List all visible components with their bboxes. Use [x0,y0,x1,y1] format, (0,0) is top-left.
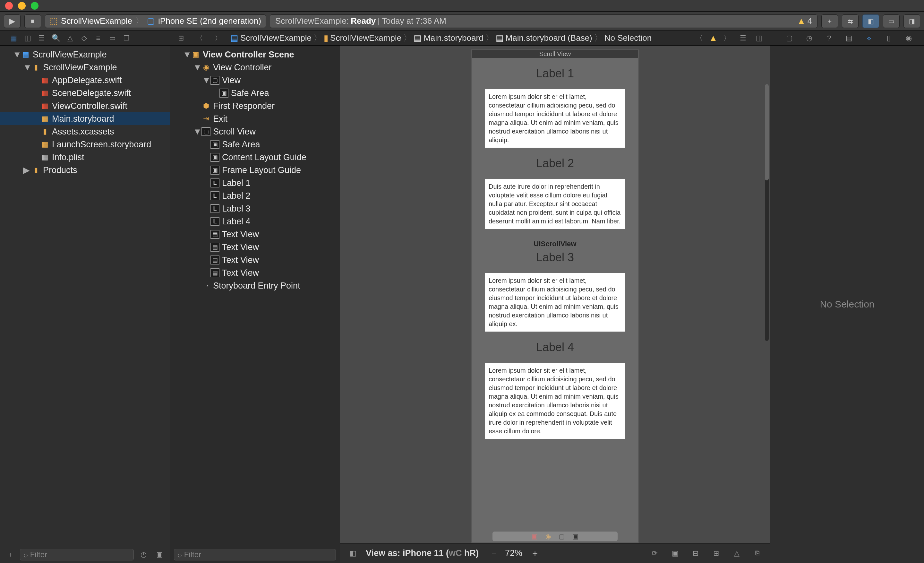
adjust-editor-options-icon[interactable]: ☰ [736,32,750,44]
outline-view[interactable]: ▼▢View [170,74,340,87]
size-inspector-icon[interactable]: ▯ [882,32,895,44]
outline-vc[interactable]: ▼◉View Controller [170,61,340,74]
symbol-navigator-icon[interactable]: ☰ [35,32,48,44]
outline-textview2[interactable]: ▤Text View [170,241,340,254]
attributes-inspector-icon[interactable]: ⟐ [862,32,875,44]
outline-exit[interactable]: ⇥Exit [170,113,340,125]
forward-button[interactable]: 〉 [212,32,225,44]
outline-label4[interactable]: LLabel 4 [170,215,340,228]
file-assets[interactable]: ▮Assets.xcassets [0,125,170,138]
resolve-issues-button[interactable]: △ [730,548,743,559]
canvas-label3[interactable]: Label 3 [485,251,625,264]
recent-files-icon[interactable]: ◷ [137,549,150,560]
project-group[interactable]: ▼▮ScrollViewExample [0,61,170,74]
issues-prev-icon[interactable]: 〈 [693,32,706,44]
scrollbar-thumb[interactable] [765,84,769,180]
trait-variation-bar[interactable]: ▣ ◉ ▢ ▣ [492,531,618,541]
canvas-text4[interactable]: Lorem ipsum dolor sit er elit lamet, con… [485,363,625,439]
canvas-label4[interactable]: Label 4 [485,341,625,354]
source-control-navigator-icon[interactable]: ◫ [21,32,34,44]
outline-textview3[interactable]: ▤Text View [170,254,340,266]
navigator-filter-field[interactable]: ⌕ Filter [20,549,134,560]
canvas-text3[interactable]: Lorem ipsum dolor sit er elit lamet, con… [485,273,625,332]
ib-canvas[interactable]: Scroll View Label 1 Lorem ipsum dolor si… [340,46,770,543]
view-as-label[interactable]: View as: iPhone 11 ( [366,548,449,558]
project-root[interactable]: ▼▤ScrollViewExample [0,48,170,61]
embed-button[interactable]: ⎘ [751,548,764,559]
toggle-outline-button[interactable]: ◧ [346,548,359,559]
issues-next-icon[interactable]: 〉 [721,32,734,44]
file-infoplist[interactable]: ▦Info.plist [0,151,170,164]
connections-inspector-icon[interactable]: ◉ [902,32,915,44]
outline-textview1[interactable]: ▤Text View [170,228,340,241]
main-area: ▼▤ScrollViewExample ▼▮ScrollViewExample … [0,46,924,563]
toggle-debug-area-button[interactable]: ▭ [883,15,900,28]
related-items-icon[interactable]: ⊞ [174,32,188,44]
outline-firstresponder[interactable]: ⬢First Responder [170,99,340,113]
run-button[interactable]: ▶ [4,15,21,28]
embed-in-button[interactable]: ▣ [669,548,681,559]
outline-filter-field[interactable]: ⌕ Filter [174,549,336,560]
canvas-scrollbar[interactable] [765,84,769,341]
device-frame[interactable]: Scroll View Label 1 Lorem ipsum dolor si… [471,50,639,543]
outline-entrypoint[interactable]: →Storyboard Entry Point [170,279,340,292]
help-inspector-icon[interactable]: ? [823,32,836,44]
close-button[interactable] [5,2,13,10]
outline-label3[interactable]: LLabel 3 [170,202,340,215]
zoom-in-button[interactable]: ＋ [531,548,539,559]
file-mainstoryboard[interactable]: ▦Main.storyboard [0,113,170,125]
add-constraints-button[interactable]: ⊞ [710,548,723,559]
align-button[interactable]: ⊟ [689,548,702,559]
file-launchscreen[interactable]: ▦LaunchScreen.storyboard [0,138,170,151]
scm-filter-icon[interactable]: ▣ [153,549,166,560]
test-navigator-icon[interactable]: ◇ [78,32,90,44]
debug-navigator-icon[interactable]: ≡ [92,32,105,44]
outline-safearea2[interactable]: ▣Safe Area [170,138,340,151]
outline-label1[interactable]: LLabel 1 [170,177,340,189]
toggle-navigator-button[interactable]: ◧ [862,15,879,28]
breakpoint-navigator-icon[interactable]: ▭ [106,32,119,44]
products-group[interactable]: ▶▮Products [0,164,170,177]
history-inspector-icon[interactable]: ◷ [803,32,816,44]
folder-icon: ▮ [324,33,328,43]
find-navigator-icon[interactable]: 🔍 [50,32,62,44]
activity-viewer[interactable]: ScrollViewExample: Ready | Today at 7:36… [270,15,818,28]
canvas-label2[interactable]: Label 2 [485,157,625,170]
inspector-panel: No Selection [770,46,924,563]
minimize-button[interactable] [18,2,26,10]
maximize-button[interactable] [31,2,39,10]
zoom-level[interactable]: 72% [505,548,522,558]
file-viewcontroller[interactable]: ▦ViewController.swift [0,99,170,113]
outline-scene[interactable]: ▼▣View Controller Scene [170,48,340,61]
back-button[interactable]: 〈 [193,32,206,44]
project-navigator-icon[interactable]: ▦ [7,32,20,44]
file-inspector-icon[interactable]: ▢ [783,32,796,44]
outline-textview4[interactable]: ▤Text View [170,266,340,279]
scheme-selector[interactable]: ⬚ ScrollViewExample 〉 ▢ iPhone SE (2nd g… [45,15,266,28]
file-scenedelegate[interactable]: ▦SceneDelegate.swift [0,87,170,99]
identity-inspector-icon[interactable]: ▤ [843,32,855,44]
outline-safearea[interactable]: ▣Safe Area [170,87,340,99]
file-appdelegate[interactable]: ▦AppDelegate.swift [0,74,170,87]
library-button[interactable]: ＋ [821,15,838,28]
canvas-text2[interactable]: Duis aute irure dolor in reprehenderit i… [485,179,625,229]
outline-contentguide[interactable]: ▣Content Layout Guide [170,151,340,164]
outline-frameguide[interactable]: ▣Frame Layout Guide [170,164,340,177]
zoom-out-button[interactable]: − [492,548,496,558]
canvas-label1[interactable]: Label 1 [485,67,625,80]
breadcrumb[interactable]: ▤ ScrollViewExample〉 ▮ ScrollViewExample… [230,32,652,44]
plist-icon: ▦ [40,153,50,162]
outline-scrollview[interactable]: ▼▢Scroll View [170,125,340,138]
update-frames-button[interactable]: ⟳ [648,548,661,559]
outline-label2[interactable]: LLabel 2 [170,189,340,202]
add-file-icon[interactable]: ＋ [4,549,16,560]
add-editor-icon[interactable]: ◫ [753,32,765,44]
report-navigator-icon[interactable]: ☐ [120,32,133,44]
code-review-button[interactable]: ⇆ [842,15,858,28]
storyboard-icon: ▦ [40,140,50,149]
stop-button[interactable]: ■ [24,15,41,28]
canvas-text1[interactable]: Lorem ipsum dolor sit er elit lamet, con… [485,89,625,148]
issue-navigator-icon[interactable]: △ [63,32,76,44]
toggle-inspector-button[interactable]: ◨ [903,15,920,28]
document-outline: ▼▣View Controller Scene ▼◉View Controlle… [170,46,340,563]
